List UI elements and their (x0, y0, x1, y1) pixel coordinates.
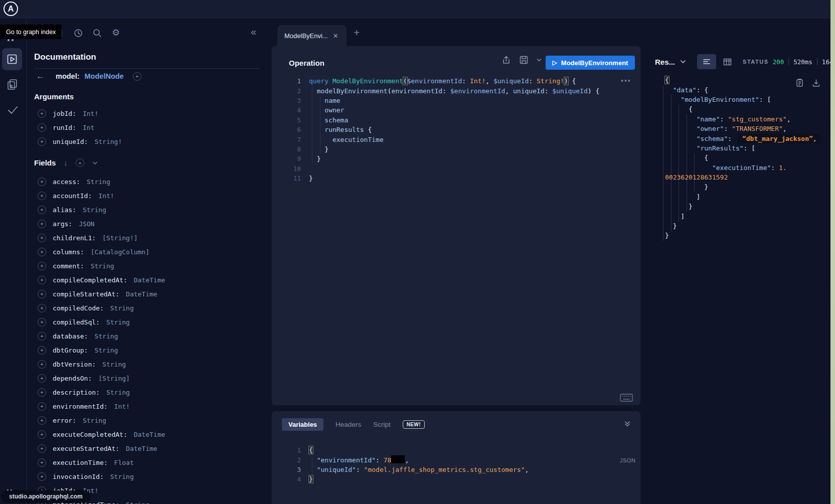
field-type[interactable]: String (94, 347, 118, 354)
settings-gear-icon[interactable]: ⚙ (112, 27, 120, 38)
add-field-icon[interactable]: + (38, 444, 46, 453)
tab-variables[interactable]: Variables (282, 418, 323, 431)
add-field-icon[interactable]: + (38, 346, 46, 355)
arguments-title: Arguments (34, 92, 74, 101)
tab-label: ModelByEnvi... (284, 32, 328, 40)
add-field-icon[interactable]: + (38, 276, 46, 284)
field-type[interactable]: DateTime (126, 445, 157, 452)
response-body: { "data": { "modelByEnvironment": [ { "n… (665, 75, 830, 241)
add-field-icon[interactable]: + (38, 304, 46, 312)
field-type[interactable]: String (110, 473, 134, 480)
variables-editor[interactable]: 1{2 "environmentId": 78,3 "uniqueId": "m… (272, 445, 640, 484)
tab-modelbyenvironment[interactable]: ModelByEnvi... ✕ (277, 25, 347, 46)
doc-field-row: +args:JSON (26, 217, 165, 231)
graph-index-icon[interactable] (8, 39, 14, 41)
keyboard-shortcuts-icon[interactable] (620, 394, 633, 402)
add-field-icon[interactable]: + (38, 248, 46, 256)
field-type[interactable]: String! (94, 138, 122, 145)
collapse-sidebar-icon[interactable]: « (251, 26, 256, 38)
sidebar-item-schema[interactable] (6, 78, 19, 91)
field-type[interactable]: [String] (98, 375, 130, 382)
operation-editor[interactable]: 1query ModelByEnvironment($environmentId… (272, 76, 640, 183)
add-field-icon[interactable]: + (38, 192, 46, 200)
add-field-icon[interactable]: + (38, 374, 46, 383)
add-field-icon[interactable]: + (38, 220, 46, 228)
apollo-logo[interactable]: A (4, 2, 18, 16)
add-field-icon[interactable]: + (38, 402, 46, 411)
new-tab-button[interactable]: + (354, 27, 360, 39)
add-type-icon[interactable]: + (133, 72, 141, 81)
add-field-icon[interactable]: + (38, 416, 46, 425)
back-arrow-icon[interactable]: ← (36, 71, 45, 81)
code-token: { (368, 126, 372, 133)
add-field-icon[interactable]: + (38, 332, 46, 341)
field-type[interactable]: DateTime (134, 431, 165, 438)
editor-more-options-icon[interactable]: ••• (621, 77, 631, 85)
code-line: 2 modelByEnvironment(environmentId: $env… (272, 86, 640, 95)
field-type[interactable]: String (94, 332, 118, 340)
table-view-toggle[interactable] (723, 58, 732, 66)
field-type[interactable]: DateTime (126, 290, 157, 298)
add-field-icon[interactable]: + (38, 318, 46, 326)
history-icon[interactable] (73, 28, 83, 38)
field-type[interactable]: String (87, 178, 110, 186)
add-field-icon[interactable]: + (38, 388, 46, 397)
doc-field-row: +alias:String (26, 203, 165, 217)
save-icon[interactable] (519, 55, 529, 65)
add-field-icon[interactable]: + (38, 360, 46, 369)
raw-view-toggle[interactable] (697, 54, 716, 69)
tab-headers[interactable]: Headers (336, 421, 361, 428)
add-field-icon[interactable]: + (38, 430, 46, 439)
field-type[interactable]: String (106, 318, 130, 326)
code-token: : [ (744, 144, 755, 152)
docs-type-link[interactable]: ModelNode (85, 72, 124, 80)
fields-options-chevron-icon[interactable] (92, 161, 98, 165)
share-icon[interactable] (502, 55, 511, 65)
add-field-icon[interactable]: + (38, 109, 46, 118)
field-type[interactable]: [String!] (102, 234, 137, 242)
field-type[interactable]: String (106, 389, 130, 396)
field-type[interactable]: Float (114, 459, 134, 466)
add-field-icon[interactable]: + (38, 472, 46, 481)
field-type[interactable]: DateTime (134, 276, 165, 284)
save-options-chevron-icon[interactable] (537, 58, 542, 62)
code-token: ) (564, 77, 568, 85)
line-number: 8 (272, 145, 309, 153)
add-field-icon[interactable]: + (38, 206, 46, 214)
code-token: ) { (588, 87, 599, 95)
sidebar-item-checks[interactable] (6, 103, 19, 116)
add-field-icon[interactable]: + (38, 290, 46, 298)
response-title[interactable]: Res... (655, 58, 675, 66)
add-field-icon[interactable]: + (38, 234, 46, 242)
sidebar-item-explorer[interactable] (2, 48, 22, 70)
field-type[interactable]: String (126, 501, 149, 504)
field-type[interactable]: JSON (79, 220, 94, 228)
tab-script[interactable]: Script (373, 421, 391, 428)
field-type[interactable]: String (110, 304, 134, 312)
tab-close-icon[interactable]: ✕ (333, 32, 339, 40)
code-token (665, 125, 697, 132)
field-type[interactable]: Int (83, 124, 94, 131)
field-type[interactable]: Int! (83, 110, 98, 117)
field-type[interactable]: String (83, 206, 106, 214)
add-field-icon[interactable]: + (38, 123, 46, 132)
field-name: compiledCode: (53, 304, 104, 312)
field-type[interactable]: String (91, 262, 114, 270)
run-operation-button[interactable]: ▷ ModelByEnvironment (546, 56, 635, 70)
field-type[interactable]: [CatalogColumn] (91, 248, 149, 256)
code-token: { (665, 105, 693, 113)
add-field-icon[interactable]: + (38, 178, 46, 186)
field-type[interactable]: String (83, 417, 106, 424)
add-field-icon[interactable]: + (38, 262, 46, 270)
field-type[interactable]: String (102, 361, 126, 368)
field-type[interactable]: Int! (98, 192, 114, 200)
add-all-fields-icon[interactable]: + (76, 158, 84, 167)
sort-fields-icon[interactable]: ↓ (64, 158, 68, 167)
field-type[interactable]: Int! (114, 403, 130, 410)
add-field-icon[interactable]: + (38, 458, 46, 467)
collapse-variables-icon[interactable] (624, 420, 631, 427)
search-icon[interactable] (92, 28, 102, 38)
response-dropdown-chevron-icon[interactable] (680, 60, 686, 64)
code-token: } (665, 203, 693, 210)
add-field-icon[interactable]: + (38, 137, 46, 146)
